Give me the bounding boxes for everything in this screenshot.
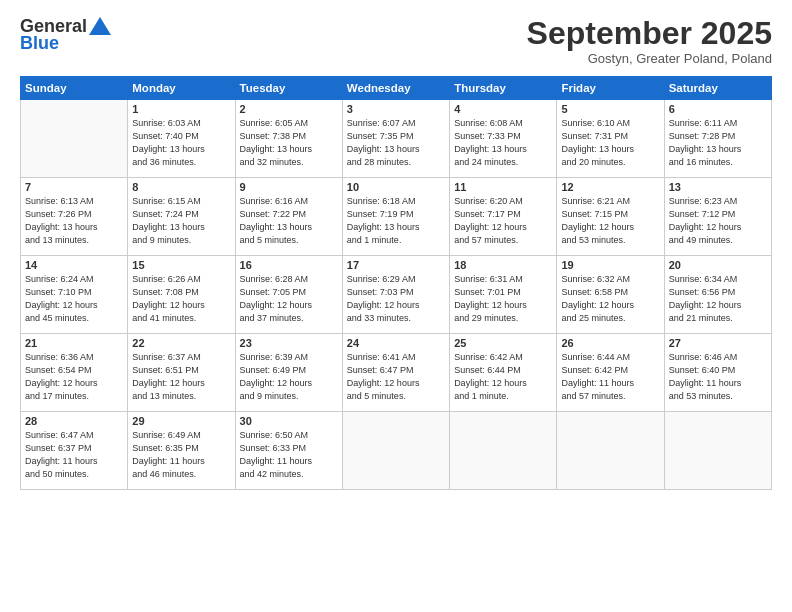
day-number: 5 bbox=[561, 103, 659, 115]
day-number: 22 bbox=[132, 337, 230, 349]
day-info: Sunrise: 6:16 AMSunset: 7:22 PMDaylight:… bbox=[240, 195, 338, 247]
calendar-cell: 25Sunrise: 6:42 AMSunset: 6:44 PMDayligh… bbox=[450, 334, 557, 412]
calendar-header-saturday: Saturday bbox=[664, 77, 771, 100]
calendar-cell: 3Sunrise: 6:07 AMSunset: 7:35 PMDaylight… bbox=[342, 100, 449, 178]
day-info: Sunrise: 6:03 AMSunset: 7:40 PMDaylight:… bbox=[132, 117, 230, 169]
day-info: Sunrise: 6:47 AMSunset: 6:37 PMDaylight:… bbox=[25, 429, 123, 481]
calendar-cell: 24Sunrise: 6:41 AMSunset: 6:47 PMDayligh… bbox=[342, 334, 449, 412]
calendar-cell: 2Sunrise: 6:05 AMSunset: 7:38 PMDaylight… bbox=[235, 100, 342, 178]
calendar-cell: 16Sunrise: 6:28 AMSunset: 7:05 PMDayligh… bbox=[235, 256, 342, 334]
day-number: 25 bbox=[454, 337, 552, 349]
calendar-header-tuesday: Tuesday bbox=[235, 77, 342, 100]
day-info: Sunrise: 6:15 AMSunset: 7:24 PMDaylight:… bbox=[132, 195, 230, 247]
calendar-cell: 22Sunrise: 6:37 AMSunset: 6:51 PMDayligh… bbox=[128, 334, 235, 412]
day-number: 3 bbox=[347, 103, 445, 115]
day-number: 24 bbox=[347, 337, 445, 349]
calendar-cell: 27Sunrise: 6:46 AMSunset: 6:40 PMDayligh… bbox=[664, 334, 771, 412]
calendar-cell: 20Sunrise: 6:34 AMSunset: 6:56 PMDayligh… bbox=[664, 256, 771, 334]
calendar-cell bbox=[450, 412, 557, 490]
svg-marker-0 bbox=[89, 17, 111, 35]
calendar-week-row: 14Sunrise: 6:24 AMSunset: 7:10 PMDayligh… bbox=[21, 256, 772, 334]
calendar-week-row: 1Sunrise: 6:03 AMSunset: 7:40 PMDaylight… bbox=[21, 100, 772, 178]
day-number: 29 bbox=[132, 415, 230, 427]
calendar-cell: 18Sunrise: 6:31 AMSunset: 7:01 PMDayligh… bbox=[450, 256, 557, 334]
calendar-week-row: 28Sunrise: 6:47 AMSunset: 6:37 PMDayligh… bbox=[21, 412, 772, 490]
day-number: 15 bbox=[132, 259, 230, 271]
calendar-cell: 4Sunrise: 6:08 AMSunset: 7:33 PMDaylight… bbox=[450, 100, 557, 178]
day-number: 2 bbox=[240, 103, 338, 115]
location: Gostyn, Greater Poland, Poland bbox=[527, 51, 772, 66]
day-info: Sunrise: 6:32 AMSunset: 6:58 PMDaylight:… bbox=[561, 273, 659, 325]
day-number: 16 bbox=[240, 259, 338, 271]
day-number: 17 bbox=[347, 259, 445, 271]
calendar-cell: 9Sunrise: 6:16 AMSunset: 7:22 PMDaylight… bbox=[235, 178, 342, 256]
day-number: 13 bbox=[669, 181, 767, 193]
day-info: Sunrise: 6:50 AMSunset: 6:33 PMDaylight:… bbox=[240, 429, 338, 481]
day-info: Sunrise: 6:28 AMSunset: 7:05 PMDaylight:… bbox=[240, 273, 338, 325]
day-info: Sunrise: 6:44 AMSunset: 6:42 PMDaylight:… bbox=[561, 351, 659, 403]
logo: General Blue bbox=[20, 16, 111, 54]
day-number: 26 bbox=[561, 337, 659, 349]
day-info: Sunrise: 6:36 AMSunset: 6:54 PMDaylight:… bbox=[25, 351, 123, 403]
calendar-cell: 10Sunrise: 6:18 AMSunset: 7:19 PMDayligh… bbox=[342, 178, 449, 256]
logo-icon bbox=[89, 17, 111, 35]
calendar-header-wednesday: Wednesday bbox=[342, 77, 449, 100]
page: General Blue September 2025 Gostyn, Grea… bbox=[0, 0, 792, 612]
calendar-cell: 28Sunrise: 6:47 AMSunset: 6:37 PMDayligh… bbox=[21, 412, 128, 490]
day-info: Sunrise: 6:31 AMSunset: 7:01 PMDaylight:… bbox=[454, 273, 552, 325]
day-info: Sunrise: 6:11 AMSunset: 7:28 PMDaylight:… bbox=[669, 117, 767, 169]
day-info: Sunrise: 6:39 AMSunset: 6:49 PMDaylight:… bbox=[240, 351, 338, 403]
day-info: Sunrise: 6:05 AMSunset: 7:38 PMDaylight:… bbox=[240, 117, 338, 169]
day-info: Sunrise: 6:29 AMSunset: 7:03 PMDaylight:… bbox=[347, 273, 445, 325]
calendar-header-monday: Monday bbox=[128, 77, 235, 100]
day-info: Sunrise: 6:24 AMSunset: 7:10 PMDaylight:… bbox=[25, 273, 123, 325]
day-number: 8 bbox=[132, 181, 230, 193]
calendar-table: SundayMondayTuesdayWednesdayThursdayFrid… bbox=[20, 76, 772, 490]
day-number: 4 bbox=[454, 103, 552, 115]
day-info: Sunrise: 6:37 AMSunset: 6:51 PMDaylight:… bbox=[132, 351, 230, 403]
day-info: Sunrise: 6:23 AMSunset: 7:12 PMDaylight:… bbox=[669, 195, 767, 247]
day-number: 14 bbox=[25, 259, 123, 271]
calendar-cell: 23Sunrise: 6:39 AMSunset: 6:49 PMDayligh… bbox=[235, 334, 342, 412]
day-number: 30 bbox=[240, 415, 338, 427]
calendar-cell: 30Sunrise: 6:50 AMSunset: 6:33 PMDayligh… bbox=[235, 412, 342, 490]
day-info: Sunrise: 6:08 AMSunset: 7:33 PMDaylight:… bbox=[454, 117, 552, 169]
day-info: Sunrise: 6:34 AMSunset: 6:56 PMDaylight:… bbox=[669, 273, 767, 325]
day-info: Sunrise: 6:42 AMSunset: 6:44 PMDaylight:… bbox=[454, 351, 552, 403]
calendar-cell: 12Sunrise: 6:21 AMSunset: 7:15 PMDayligh… bbox=[557, 178, 664, 256]
day-info: Sunrise: 6:46 AMSunset: 6:40 PMDaylight:… bbox=[669, 351, 767, 403]
day-number: 23 bbox=[240, 337, 338, 349]
day-info: Sunrise: 6:21 AMSunset: 7:15 PMDaylight:… bbox=[561, 195, 659, 247]
day-number: 21 bbox=[25, 337, 123, 349]
day-number: 19 bbox=[561, 259, 659, 271]
logo-blue-text: Blue bbox=[20, 33, 59, 54]
day-number: 9 bbox=[240, 181, 338, 193]
calendar-header-sunday: Sunday bbox=[21, 77, 128, 100]
calendar-cell: 19Sunrise: 6:32 AMSunset: 6:58 PMDayligh… bbox=[557, 256, 664, 334]
header: General Blue September 2025 Gostyn, Grea… bbox=[20, 16, 772, 66]
day-number: 7 bbox=[25, 181, 123, 193]
day-info: Sunrise: 6:41 AMSunset: 6:47 PMDaylight:… bbox=[347, 351, 445, 403]
calendar-week-row: 7Sunrise: 6:13 AMSunset: 7:26 PMDaylight… bbox=[21, 178, 772, 256]
day-number: 6 bbox=[669, 103, 767, 115]
calendar-week-row: 21Sunrise: 6:36 AMSunset: 6:54 PMDayligh… bbox=[21, 334, 772, 412]
calendar-header-row: SundayMondayTuesdayWednesdayThursdayFrid… bbox=[21, 77, 772, 100]
title-block: September 2025 Gostyn, Greater Poland, P… bbox=[527, 16, 772, 66]
day-number: 11 bbox=[454, 181, 552, 193]
calendar-cell: 15Sunrise: 6:26 AMSunset: 7:08 PMDayligh… bbox=[128, 256, 235, 334]
calendar-cell: 14Sunrise: 6:24 AMSunset: 7:10 PMDayligh… bbox=[21, 256, 128, 334]
day-number: 18 bbox=[454, 259, 552, 271]
calendar-cell bbox=[664, 412, 771, 490]
calendar-cell: 1Sunrise: 6:03 AMSunset: 7:40 PMDaylight… bbox=[128, 100, 235, 178]
day-number: 27 bbox=[669, 337, 767, 349]
day-info: Sunrise: 6:07 AMSunset: 7:35 PMDaylight:… bbox=[347, 117, 445, 169]
calendar-cell bbox=[557, 412, 664, 490]
day-number: 10 bbox=[347, 181, 445, 193]
calendar-cell: 11Sunrise: 6:20 AMSunset: 7:17 PMDayligh… bbox=[450, 178, 557, 256]
calendar-cell bbox=[21, 100, 128, 178]
calendar-cell: 17Sunrise: 6:29 AMSunset: 7:03 PMDayligh… bbox=[342, 256, 449, 334]
calendar-cell: 7Sunrise: 6:13 AMSunset: 7:26 PMDaylight… bbox=[21, 178, 128, 256]
calendar-cell bbox=[342, 412, 449, 490]
calendar-cell: 6Sunrise: 6:11 AMSunset: 7:28 PMDaylight… bbox=[664, 100, 771, 178]
month-title: September 2025 bbox=[527, 16, 772, 51]
